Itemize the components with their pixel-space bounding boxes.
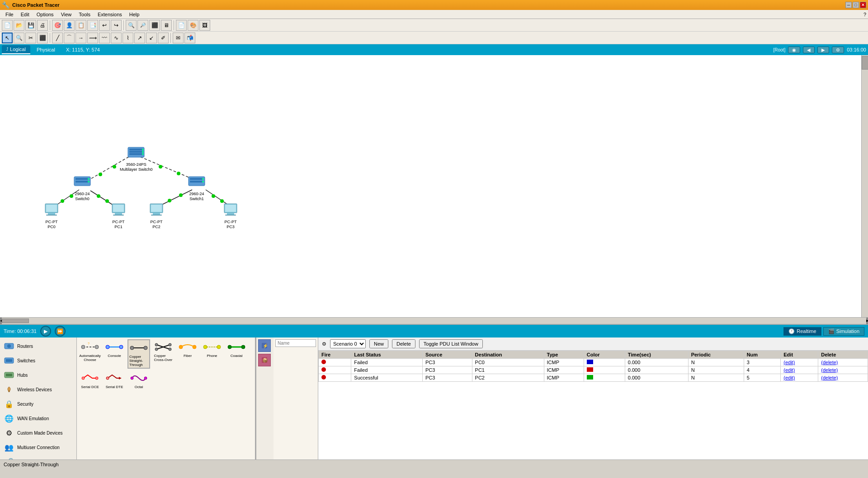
menu-tools[interactable]: Tools [75,10,94,19]
network-info-btn[interactable]: 📄 [176,20,187,31]
cat-hubs[interactable]: Hubs [2,368,75,382]
config-btn[interactable]: ⚙ [832,47,844,53]
redo-btn[interactable]: ↪ [111,20,122,31]
draw-tool10[interactable]: ✐ [158,33,169,43]
paste-btn[interactable]: 📑 [87,20,98,31]
node-pc3[interactable]: PC-PTPC3 [222,201,240,230]
menu-help[interactable]: Help [126,10,143,19]
menu-edit[interactable]: Edit [17,10,33,19]
minimize-button[interactable]: ─ [845,2,852,8]
cat-wan[interactable]: 🌐 WAN Emulation [2,412,75,425]
draw-wave[interactable]: ∿ [111,33,122,43]
add-device-btn[interactable]: ⚡ [258,339,271,352]
cat-custom[interactable]: ⚙ Custom Made Devices [2,426,75,440]
undo-btn[interactable]: ↩ [99,20,110,31]
draw-tool7[interactable]: ⌇ [123,33,133,43]
cat-routers[interactable]: Routers [2,339,75,353]
device-fiber[interactable]: Fiber [176,339,199,369]
maximize-button[interactable]: □ [853,2,859,8]
custom-viewport-btn[interactable]: 🖥 [161,20,172,31]
scenario-select[interactable]: Scenario 0 [330,339,366,348]
cat-switches[interactable]: Switches [2,354,75,367]
palette-btn[interactable]: 🎨 [188,20,198,31]
node-pc2[interactable]: PC-PTPC2 [147,201,165,230]
cat-multiuser[interactable]: 👥 Multiuser Connection [2,441,75,454]
activity-wizard-btn[interactable]: 🎯 [52,20,63,31]
simulation-btn[interactable]: 🎬 Simulation [823,327,864,336]
open-btn[interactable]: 📂 [14,20,24,31]
draw-freeform[interactable]: 〰 [99,33,110,43]
device-copper-straight[interactable]: CopperStraight-Through [127,339,150,369]
edit-link-2[interactable]: (edit) [783,367,795,373]
delete-tool[interactable]: ✂ [25,33,36,43]
set-username-btn[interactable]: 👤 [64,20,75,31]
zoom-in-btn[interactable]: 🔍 [126,20,137,31]
node-multilayer-switch[interactable]: 3560-24PSMultilayer Switch0 [120,143,153,172]
menu-options[interactable]: Options [33,10,57,19]
menu-file[interactable]: File [2,10,17,19]
realtime-btn[interactable]: 🕐 Realtime [783,327,821,336]
canvas[interactable]: 3560-24PSMultilayer Switch0 2960-24Switc… [0,55,868,317]
device-phone[interactable]: Phone [201,339,223,369]
copy-btn[interactable]: 📋 [75,20,86,31]
new-btn[interactable]: 📄 [2,20,13,31]
edit-link-1[interactable]: (edit) [783,360,795,365]
tab-logical[interactable]: ⤴ Logical [2,45,30,54]
device-console-cable[interactable]: Console [103,339,126,369]
node-pc0[interactable]: PC-PTPC0 [42,201,61,230]
device-octal[interactable]: Octal [127,370,150,390]
svg-point-7 [70,194,73,198]
hscroll-thumb[interactable] [2,319,29,323]
fast-forward-btn[interactable]: ⏩ [55,326,66,337]
draw-tool8[interactable]: ↗ [134,33,145,43]
device-coaxial[interactable]: Coaxial [225,339,248,369]
help-icon[interactable]: ? [863,12,866,17]
delete-link-1[interactable]: (delete) [821,360,838,365]
node-switch0[interactable]: 2960-24Switch0 [73,173,91,202]
edit-link-3[interactable]: (edit) [783,375,795,380]
device-serial-dce[interactable]: Serial DCE [79,370,101,390]
back-btn[interactable]: ◀ [803,47,815,53]
delete-link-2[interactable]: (delete) [821,367,838,373]
tab-physical[interactable]: Physical [32,45,60,54]
simple-pdu-btn[interactable]: ✉ [173,33,184,43]
new-scenario-btn[interactable]: New [369,339,388,348]
menu-view[interactable]: View [57,10,75,19]
print-btn[interactable]: 🖨 [37,20,48,31]
device-serial-dte[interactable]: Serial DTE [103,370,126,390]
delete-link-3[interactable]: (delete) [821,375,838,380]
media-btn[interactable]: 🖼 [199,20,210,31]
inspect-tool[interactable]: 🔍 [14,33,24,43]
device-auto-cable[interactable]: ? AutomaticallyChoose [79,339,101,369]
zoom-reset-btn[interactable]: ⬛ [149,20,160,31]
cat-connections[interactable]: 🔗 Connections [2,455,75,459]
device-copper-crossover[interactable]: CopperCross-Over [152,339,175,369]
draw-tool9[interactable]: ↙ [146,33,157,43]
draw-curve[interactable]: ⌒ [64,33,75,43]
complex-pdu-btn[interactable]: 📬 [184,33,195,43]
draw-arrow[interactable]: → [75,33,86,43]
play-btn[interactable]: ▶ [40,326,51,337]
resize-tool[interactable]: ⬛ [37,33,48,43]
zoom-out-btn[interactable]: 🔎 [137,20,148,31]
misc-btn[interactable]: 📦 [258,354,271,366]
draw-line[interactable]: ╱ [52,33,63,43]
vertical-scrollbar[interactable] [861,55,868,317]
node-pc1[interactable]: PC-PTPC1 [109,201,127,230]
save-btn[interactable]: 💾 [25,20,36,31]
vscroll-thumb[interactable] [862,56,868,70]
packet-name-input[interactable] [275,339,316,347]
draw-zigzag[interactable]: ⟿ [87,33,98,43]
close-button[interactable]: ✕ [860,2,866,8]
select-tool[interactable]: ↖ [2,33,13,43]
hscroll-right-arrow[interactable]: ▸ [866,318,868,324]
forward-btn[interactable]: ▶ [817,47,829,53]
hscroll-track[interactable] [2,319,866,323]
root-btn[interactable]: ◉ [788,47,800,53]
cat-security[interactable]: 🔒 Security [2,397,75,411]
menu-extensions[interactable]: Extensions [94,10,126,19]
toggle-pdu-btn[interactable]: Toggle PDU List Window [419,339,483,348]
delete-scenario-btn[interactable]: Delete [392,339,415,348]
node-switch1[interactable]: 2960-24Switch1 [188,173,206,202]
cat-wireless[interactable]: Wireless Devices [2,383,75,396]
